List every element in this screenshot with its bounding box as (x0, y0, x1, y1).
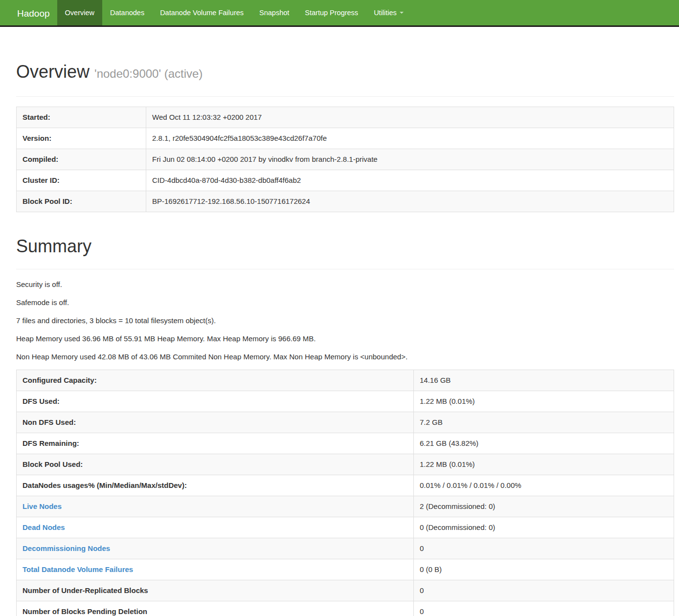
row-label: Started: (17, 107, 146, 128)
row-label: DataNodes usages% (Min/Median/Max/stdDev… (17, 475, 414, 496)
summary-row-configured-capacity: Configured Capacity:14.16 GB (17, 370, 674, 391)
row-value: Fri Jun 02 08:14:00 +0200 2017 by vinodk… (146, 149, 674, 170)
row-value: 6.21 GB (43.82%) (414, 433, 674, 454)
live-nodes-link[interactable]: Live Nodes (23, 502, 62, 510)
dead-nodes-link[interactable]: Dead Nodes (23, 523, 65, 531)
row-value: 14.16 GB (414, 370, 674, 391)
row-value: CID-4dbcd40a-870d-4d30-b382-db0aff4f6ab2 (146, 170, 674, 191)
overview-table: Started:Wed Oct 11 12:03:32 +0200 2017Ve… (16, 107, 674, 212)
row-label: DFS Used: (17, 391, 414, 412)
page-subtitle: 'node0:9000' (active) (94, 67, 203, 80)
navbar-item-label: Overview (65, 0, 94, 26)
summary-row-dfs-remaining: DFS Remaining:6.21 GB (43.82%) (17, 433, 674, 454)
summary-row-decommissioning-nodes: Decommissioning Nodes0 (17, 538, 674, 559)
navbar-item-label: Datanode Volume Failures (160, 0, 244, 26)
summary-row-datanodes-usages-min-median-max-stddev: DataNodes usages% (Min/Median/Max/stdDev… (17, 475, 674, 496)
row-label: Number of Under-Replicated Blocks (17, 580, 414, 601)
row-label: Non DFS Used: (17, 412, 414, 433)
row-label: Number of Blocks Pending Deletion (17, 601, 414, 616)
row-label: Total Datanode Volume Failures (17, 559, 414, 580)
row-label: Block Pool Used: (17, 454, 414, 475)
navbar-item-datanode-volume-failures[interactable]: Datanode Volume Failures (152, 0, 251, 25)
row-value: 1.22 MB (0.01%) (414, 391, 674, 412)
navbar-item-datanodes[interactable]: Datanodes (102, 0, 152, 25)
row-value: 2.8.1, r20fe5304904fc2f5a18053c389e43cd2… (146, 128, 674, 149)
overview-heading: Overview 'node0:9000' (active) (16, 60, 674, 86)
row-label: Dead Nodes (17, 517, 414, 538)
row-label: Cluster ID: (17, 170, 146, 191)
row-label: Live Nodes (17, 496, 414, 517)
summary-row-dead-nodes: Dead Nodes0 (Decommissioned: 0) (17, 517, 674, 538)
overview-row-block-pool-id: Block Pool ID:BP-1692617712-192.168.56.1… (17, 191, 674, 212)
navbar-item-snapshot[interactable]: Snapshot (251, 0, 297, 25)
navbar-brand[interactable]: Hadoop (0, 0, 57, 25)
row-value: 0 (414, 601, 674, 616)
summary-header: Summary (16, 235, 674, 269)
row-value: 7.2 GB (414, 412, 674, 433)
summary-row-total-datanode-volume-failures: Total Datanode Volume Failures0 (0 B) (17, 559, 674, 580)
row-value: 0 (414, 538, 674, 559)
row-value: 0.01% / 0.01% / 0.01% / 0.00% (414, 475, 674, 496)
summary-row-dfs-used: DFS Used:1.22 MB (0.01%) (17, 391, 674, 412)
chevron-down-icon (400, 12, 404, 14)
summary-note-5: Non Heap Memory used 42.08 MB of 43.06 M… (16, 352, 674, 362)
summary-note-2: Safemode is off. (16, 297, 674, 308)
row-value: 0 (Decommissioned: 0) (414, 517, 674, 538)
page-title: Overview (16, 62, 90, 82)
navbar-item-overview[interactable]: Overview (57, 0, 102, 25)
navbar-item-utilities[interactable]: Utilities (366, 0, 411, 25)
row-value: BP-1692617712-192.168.56.10-150771617262… (146, 191, 674, 212)
summary-paragraphs: Security is off.Safemode is off.7 files … (16, 279, 674, 362)
summary-row-number-of-under-replicated-blocks: Number of Under-Replicated Blocks0 (17, 580, 674, 601)
summary-row-non-dfs-used: Non DFS Used:7.2 GB (17, 412, 674, 433)
overview-row-version: Version:2.8.1, r20fe5304904fc2f5a18053c3… (17, 128, 674, 149)
total-datanode-volume-failures-link[interactable]: Total Datanode Volume Failures (23, 565, 133, 573)
summary-row-number-of-blocks-pending-deletion: Number of Blocks Pending Deletion0 (17, 601, 674, 616)
summary-row-live-nodes: Live Nodes2 (Decommissioned: 0) (17, 496, 674, 517)
navbar-item-label: Snapshot (259, 0, 289, 26)
navbar-item-label: Datanodes (110, 0, 144, 26)
overview-header: Overview 'node0:9000' (active) (16, 60, 674, 97)
row-value: 2 (Decommissioned: 0) (414, 496, 674, 517)
summary-note-3: 7 files and directories, 3 blocks = 10 t… (16, 315, 674, 326)
summary-note-4: Heap Memory used 36.96 MB of 55.91 MB He… (16, 333, 674, 344)
row-label: Decommissioning Nodes (17, 538, 414, 559)
navbar-menu: OverviewDatanodesDatanode Volume Failure… (57, 0, 411, 25)
row-value: 1.22 MB (0.01%) (414, 454, 674, 475)
row-label: Compiled: (17, 149, 146, 170)
navbar-item-label: Utilities (374, 0, 397, 26)
main-content: Overview 'node0:9000' (active) Started:W… (16, 60, 674, 616)
row-value: 0 (0 B) (414, 559, 674, 580)
overview-row-cluster-id: Cluster ID:CID-4dbcd40a-870d-4d30-b382-d… (17, 170, 674, 191)
decommissioning-nodes-link[interactable]: Decommissioning Nodes (23, 544, 110, 552)
summary-note-1: Security is off. (16, 279, 674, 289)
row-label: Block Pool ID: (17, 191, 146, 212)
summary-row-block-pool-used: Block Pool Used:1.22 MB (0.01%) (17, 454, 674, 475)
row-label: DFS Remaining: (17, 433, 414, 454)
summary-title: Summary (16, 235, 674, 258)
row-label: Version: (17, 128, 146, 149)
row-value: 0 (414, 580, 674, 601)
row-value: Wed Oct 11 12:03:32 +0200 2017 (146, 107, 674, 128)
top-navbar: Hadoop OverviewDatanodesDatanode Volume … (0, 0, 679, 27)
navbar-item-label: Startup Progress (305, 0, 358, 26)
row-label: Configured Capacity: (17, 370, 414, 391)
summary-table: Configured Capacity:14.16 GBDFS Used:1.2… (16, 370, 674, 616)
overview-row-compiled: Compiled:Fri Jun 02 08:14:00 +0200 2017 … (17, 149, 674, 170)
navbar-item-startup-progress[interactable]: Startup Progress (297, 0, 366, 25)
overview-row-started: Started:Wed Oct 11 12:03:32 +0200 2017 (17, 107, 674, 128)
